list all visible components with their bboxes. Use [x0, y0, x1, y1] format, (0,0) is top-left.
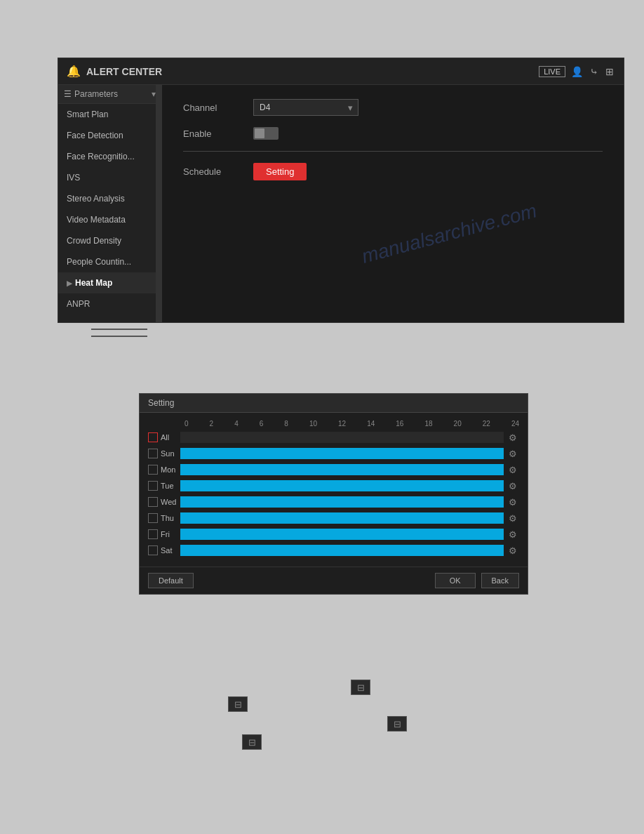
all-checkbox[interactable] — [148, 432, 158, 442]
wed-bar-container[interactable] — [180, 496, 504, 508]
sidebar-item-label: Smart Plan — [67, 110, 108, 119]
sun-checkbox[interactable] — [148, 449, 158, 458]
sidebar-item-label: Face Recognitio... — [67, 152, 135, 161]
enable-label: Enable — [183, 128, 239, 139]
sidebar-scrollbar[interactable] — [156, 85, 161, 322]
schedule-row-mon: Mon ⚙ — [148, 463, 519, 477]
mon-gear-btn[interactable]: ⚙ — [507, 463, 519, 476]
schedule-row-thu: Thu ⚙ — [148, 511, 519, 525]
setting-dialog: Setting 0 2 4 6 8 10 12 14 16 18 20 22 2… — [139, 393, 528, 595]
menu-icon: ☰ — [64, 89, 72, 99]
sidebar-item-video-metadata[interactable]: Video Metadata — [58, 209, 161, 230]
sidebar-item-people-counting[interactable]: People Countin... — [58, 251, 161, 272]
main-content: Channel D4 Enable Schedule Setting — [162, 85, 624, 322]
tue-checkbox[interactable] — [148, 481, 158, 491]
sidebar-item-stereo-analysis[interactable]: Stereo Analysis — [58, 188, 161, 209]
thu-checkbox[interactable] — [148, 513, 158, 523]
dialog-title: Setting — [140, 394, 528, 413]
sidebar-item-label: Heat Map — [75, 278, 112, 288]
sun-bar — [180, 448, 504, 459]
panel-title: ALERT CENTER — [86, 66, 162, 77]
sat-checkbox[interactable] — [148, 545, 158, 555]
time-0: 0 — [185, 420, 189, 428]
schedule-label: Schedule — [183, 166, 239, 177]
tue-gear-btn[interactable]: ⚙ — [507, 479, 519, 492]
time-24: 24 — [511, 420, 519, 428]
tue-bar — [180, 480, 504, 491]
grid-icon-btn[interactable]: ⊞ — [604, 65, 615, 79]
schedule-row-wed: Wed ⚙ — [148, 495, 519, 509]
setting-button[interactable]: Setting — [253, 163, 307, 180]
time-16: 16 — [396, 420, 403, 428]
bottom-icon-3: ⊟ — [387, 716, 407, 732]
enable-row: Enable — [183, 127, 603, 140]
panel-header: 🔔 ALERT CENTER LIVE 👤 ⤷ ⊞ — [58, 58, 624, 85]
sep-line-2 — [91, 336, 147, 337]
sidebar-item-heat-map[interactable]: ▶ Heat Map — [58, 272, 161, 293]
schedule-row: Schedule Setting — [183, 163, 603, 180]
time-2: 2 — [210, 420, 214, 428]
channel-select[interactable]: D4 — [253, 99, 358, 116]
separator-lines — [91, 329, 147, 337]
time-22: 22 — [483, 420, 490, 428]
sun-bar-container[interactable] — [180, 448, 504, 459]
fri-gear-btn[interactable]: ⚙ — [507, 528, 519, 541]
all-bar-container[interactable] — [180, 432, 504, 443]
sidebar-item-label: ANPR — [67, 299, 90, 309]
sat-gear-btn[interactable]: ⚙ — [507, 544, 519, 557]
panel-body: ☰ Parameters ▾ Smart Plan Face Detection… — [58, 85, 624, 322]
thu-label: Thu — [161, 514, 180, 522]
sidebar-item-face-recognition[interactable]: Face Recognitio... — [58, 146, 161, 167]
wed-gear-btn[interactable]: ⚙ — [507, 496, 519, 508]
all-gear-btn[interactable]: ⚙ — [507, 431, 519, 444]
sep-line-1 — [91, 329, 147, 330]
back-button[interactable]: Back — [481, 573, 519, 588]
bottom-icon-4: ⊟ — [242, 734, 262, 750]
sidebar-title: Parameters — [74, 89, 118, 99]
chevron-right-icon: ▶ — [67, 279, 72, 287]
sidebar-item-label: Stereo Analysis — [67, 194, 125, 204]
sidebar-item-crowd-density[interactable]: Crowd Density — [58, 230, 161, 251]
time-18: 18 — [424, 420, 432, 428]
ok-button[interactable]: OK — [435, 573, 476, 588]
time-6: 6 — [260, 420, 264, 428]
sidebar-item-face-detection[interactable]: Face Detection — [58, 125, 161, 146]
schedule-row-sat: Sat ⚙ — [148, 543, 519, 557]
time-12: 12 — [338, 420, 346, 428]
sat-bar — [180, 545, 504, 556]
dialog-footer: Default OK Back — [140, 567, 528, 594]
wed-label: Wed — [161, 498, 180, 506]
tue-bar-container[interactable] — [180, 480, 504, 491]
exit-icon-btn[interactable]: ⤷ — [589, 65, 600, 79]
channel-row: Channel D4 — [183, 99, 603, 116]
sidebar-label: ☰ Parameters — [64, 89, 118, 99]
time-14: 14 — [367, 420, 375, 428]
mon-bar-container[interactable] — [180, 464, 504, 475]
schedule-row-sun: Sun ⚙ — [148, 446, 519, 461]
sidebar-item-anpr[interactable]: ANPR — [58, 293, 161, 315]
sidebar-item-label: People Countin... — [67, 257, 131, 267]
sun-gear-btn[interactable]: ⚙ — [507, 447, 519, 460]
wed-checkbox[interactable] — [148, 497, 158, 507]
sat-bar-container[interactable] — [180, 545, 504, 556]
sidebar: ☰ Parameters ▾ Smart Plan Face Detection… — [58, 85, 162, 322]
alert-center-panel: 🔔 ALERT CENTER LIVE 👤 ⤷ ⊞ ☰ Parameters ▾… — [58, 58, 624, 323]
header-right: LIVE 👤 ⤷ ⊞ — [539, 65, 615, 79]
bottom-icon-4-area: ⊟ — [242, 734, 262, 750]
channel-select-wrapper[interactable]: D4 — [253, 99, 358, 116]
thu-bar-container[interactable] — [180, 512, 504, 524]
sidebar-item-smart-plan[interactable]: Smart Plan — [58, 104, 161, 125]
fri-checkbox[interactable] — [148, 529, 158, 539]
enable-toggle[interactable] — [253, 127, 279, 140]
user-icon-btn[interactable]: 👤 — [570, 65, 584, 79]
sidebar-item-ivs[interactable]: IVS — [58, 167, 161, 188]
thu-gear-btn[interactable]: ⚙ — [507, 512, 519, 524]
sidebar-top-bar: ☰ Parameters ▾ — [58, 85, 161, 104]
fri-bar — [180, 529, 504, 540]
footer-right-buttons: OK Back — [435, 573, 519, 588]
fri-bar-container[interactable] — [180, 529, 504, 540]
mon-checkbox[interactable] — [148, 465, 158, 475]
default-button[interactable]: Default — [148, 573, 194, 588]
time-10: 10 — [309, 420, 317, 428]
mon-label: Mon — [161, 465, 180, 474]
